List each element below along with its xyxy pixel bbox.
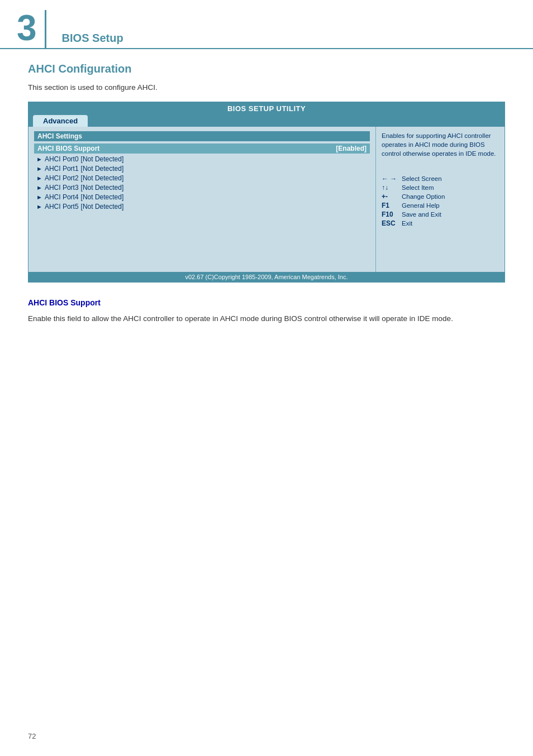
key-symbol-2: +- bbox=[382, 193, 402, 200]
key-desc-1: Select Item bbox=[402, 184, 434, 191]
port-item-2[interactable]: ► AHCI Port2 [Not Detected] bbox=[34, 174, 370, 183]
port-name-3: AHCI Port3 bbox=[45, 184, 79, 192]
help-text: Enables for supporting AHCI controller o… bbox=[382, 131, 499, 158]
tab-advanced[interactable]: Advanced bbox=[33, 115, 88, 127]
chapter-number: 3 bbox=[17, 10, 46, 48]
port-name-0: AHCI Port0 bbox=[45, 155, 79, 163]
section-title: AHCI Configuration bbox=[28, 63, 505, 75]
key-row-3: F1 General Help bbox=[382, 202, 499, 209]
port-arrow-icon: ► bbox=[36, 184, 42, 191]
bios-left-panel: AHCI Settings AHCI BIOS Support [Enabled… bbox=[28, 127, 376, 272]
key-symbol-1: ↑↓ bbox=[382, 184, 402, 192]
port-item-4[interactable]: ► AHCI Port4 [Not Detected] bbox=[34, 193, 370, 202]
key-symbol-4: F10 bbox=[382, 210, 402, 218]
bios-setting-value: [Enabled] bbox=[336, 145, 367, 152]
port-arrow-icon: ► bbox=[36, 194, 42, 200]
key-symbol-5: ESC bbox=[382, 219, 402, 227]
bios-utility-box: BIOS SETUP UTILITY Advanced AHCI Setting… bbox=[28, 102, 505, 283]
subsection-desc: Enable this field to allow the AHCI cont… bbox=[28, 313, 486, 325]
page-number: 72 bbox=[28, 732, 36, 740]
bios-footer: v02.67 (C)Copyright 1985-2009, American … bbox=[28, 272, 505, 282]
port-arrow-icon: ► bbox=[36, 165, 42, 172]
port-name-1: AHCI Port1 bbox=[45, 165, 79, 173]
port-item-0[interactable]: ► AHCI Port0 [Not Detected] bbox=[34, 155, 370, 164]
key-row-0: ← → Select Screen bbox=[382, 175, 499, 183]
key-row-2: +- Change Option bbox=[382, 193, 499, 200]
port-status-3: [Not Detected] bbox=[81, 184, 124, 192]
key-row-4: F10 Save and Exit bbox=[382, 210, 499, 218]
key-desc-5: Exit bbox=[402, 220, 412, 227]
bios-setting-row[interactable]: AHCI BIOS Support [Enabled] bbox=[34, 143, 370, 154]
bios-section-header: AHCI Settings bbox=[34, 131, 370, 141]
port-arrow-icon: ► bbox=[36, 203, 42, 210]
port-name-2: AHCI Port2 bbox=[45, 174, 79, 182]
port-item-3[interactable]: ► AHCI Port3 [Not Detected] bbox=[34, 183, 370, 192]
port-name-4: AHCI Port4 bbox=[45, 193, 79, 201]
bios-utility-title: BIOS SETUP UTILITY bbox=[28, 102, 505, 115]
bios-tabs: Advanced bbox=[28, 115, 505, 127]
key-bindings: ← → Select Screen ↑↓ Select Item +- Chan… bbox=[382, 175, 499, 227]
section-desc: This section is used to configure AHCI. bbox=[28, 83, 505, 92]
port-arrow-icon: ► bbox=[36, 156, 42, 162]
bios-right-panel: Enables for supporting AHCI controller o… bbox=[376, 127, 505, 272]
port-item-1[interactable]: ► AHCI Port1 [Not Detected] bbox=[34, 164, 370, 173]
port-status-1: [Not Detected] bbox=[81, 165, 124, 173]
key-row-1: ↑↓ Select Item bbox=[382, 184, 499, 192]
key-desc-3: General Help bbox=[402, 202, 440, 209]
key-desc-2: Change Option bbox=[402, 193, 445, 200]
port-status-0: [Not Detected] bbox=[81, 155, 124, 163]
key-row-5: ESC Exit bbox=[382, 219, 499, 227]
key-symbol-3: F1 bbox=[382, 202, 402, 209]
bios-body: AHCI Settings AHCI BIOS Support [Enabled… bbox=[28, 127, 505, 272]
key-desc-0: Select Screen bbox=[402, 175, 442, 182]
port-status-2: [Not Detected] bbox=[81, 174, 124, 182]
header: 3 BIOS Setup bbox=[0, 0, 533, 49]
key-desc-4: Save and Exit bbox=[402, 211, 441, 218]
bios-setting-label: AHCI BIOS Support bbox=[37, 145, 99, 152]
subsection-title: AHCI BIOS Support bbox=[28, 298, 505, 307]
header-title: BIOS Setup bbox=[56, 32, 123, 48]
port-status-5: [Not Detected] bbox=[81, 203, 124, 210]
port-name-5: AHCI Port5 bbox=[45, 203, 79, 210]
port-item-5[interactable]: ► AHCI Port5 [Not Detected] bbox=[34, 202, 370, 211]
key-symbol-0: ← → bbox=[382, 175, 402, 183]
page-content: AHCI Configuration This section is used … bbox=[0, 49, 533, 347]
port-status-4: [Not Detected] bbox=[81, 193, 124, 201]
port-arrow-icon: ► bbox=[36, 175, 42, 181]
